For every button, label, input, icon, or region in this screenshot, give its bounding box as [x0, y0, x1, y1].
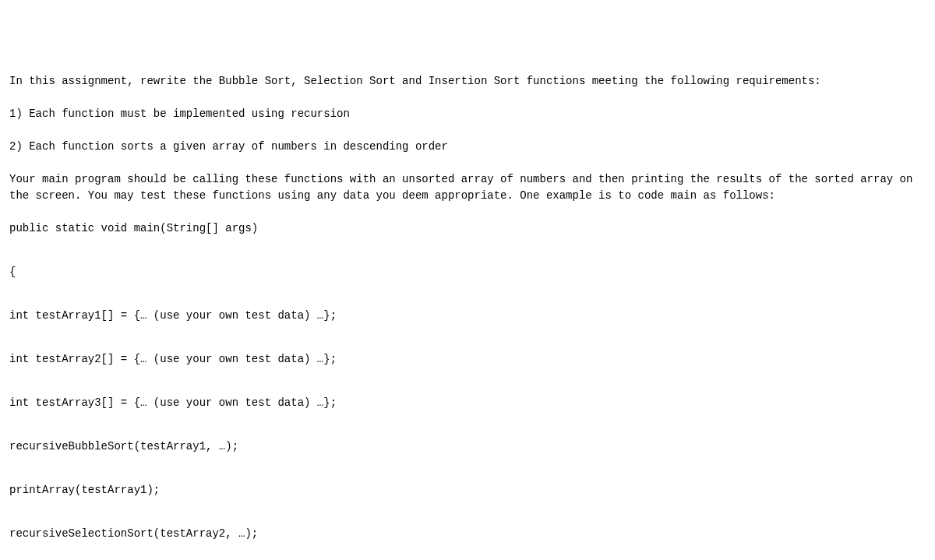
code-testarray1: int testArray1[] = {… (use your own test…: [9, 308, 926, 324]
code-testarray3: int testArray3[] = {… (use your own test…: [9, 395, 926, 411]
code-testarray2: int testArray2[] = {… (use your own test…: [9, 351, 926, 368]
code-open-brace: {: [9, 264, 926, 280]
code-print1: printArray(testArray1);: [9, 482, 926, 498]
intro-line-1: In this assignment, rewrite the Bubble S…: [9, 73, 926, 90]
intro-line-3: 2) Each function sorts a given array of …: [9, 139, 926, 155]
intro-line-4: Your main program should be calling thes…: [9, 171, 926, 204]
intro-line-5: public static void main(String[] args): [9, 220, 926, 237]
code-bubble-call: recursiveBubbleSort(testArray1, …);: [9, 438, 926, 455]
code-selection-call: recursiveSelectionSort(testArray2, …);: [9, 526, 926, 542]
intro-line-2: 1) Each function must be implemented usi…: [9, 106, 926, 122]
